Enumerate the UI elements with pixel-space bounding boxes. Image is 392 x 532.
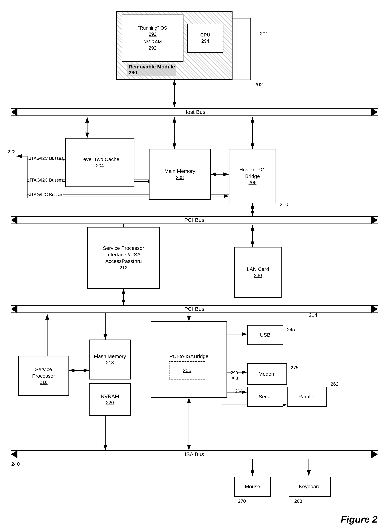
modem-box: Modem <box>247 363 287 385</box>
isa-bus-label: ISA Bus <box>185 451 204 457</box>
host-to-pci-label: Host-to-PCIBridge <box>239 167 266 180</box>
flash-memory-ref: 218 <box>106 360 114 366</box>
ref-202: 202 <box>254 82 263 88</box>
level-two-cache-label: Level Two Cache <box>80 156 119 163</box>
host-bus: Host Bus <box>11 108 378 116</box>
diagram: "Running" OS 293 NV RAM 292 CPU 294 Remo… <box>0 0 392 532</box>
service-processor-box: ServiceProcessor 216 <box>18 356 69 396</box>
main-memory-box: Main Memory 208 <box>149 149 211 200</box>
sp-interface-label: Service ProcessorInterface & ISAAccessPa… <box>103 245 144 265</box>
lan-card-label: LAN Card <box>247 266 269 273</box>
keyboard-ref: 268 <box>294 498 302 504</box>
modem-ref: 275 <box>291 365 299 370</box>
jtag-i2c-1-label: JTAG/I2C Busses <box>29 156 63 161</box>
nvram-box: NVRAM 220 <box>89 383 131 416</box>
serial-ref-label: 264 <box>235 389 243 394</box>
sp-interface-box: Service ProcessorInterface & ISAAccessPa… <box>87 227 160 289</box>
host-to-pci-ref: 206 <box>248 180 256 186</box>
flash-memory-label: Flash Memory <box>94 353 126 360</box>
pci-bus-2: PCI Bus <box>11 305 378 313</box>
pci-bus-1-label: PCI Bus <box>184 217 204 223</box>
level-two-cache-box: Level Two Cache 204 <box>65 138 134 187</box>
usb-label: USB <box>260 332 271 338</box>
running-os-ref: 293 <box>149 31 156 37</box>
ring-label: ring <box>231 375 238 380</box>
cpu-ref: 294 <box>201 38 209 44</box>
pci-bus-1: PCI Bus <box>11 216 378 224</box>
serial-box: Serial <box>247 387 283 407</box>
mouse-ref: 270 <box>238 498 246 504</box>
ref-201: 201 <box>260 31 268 37</box>
cpu-box: CPU 294 <box>187 24 224 53</box>
jtag-i2c-3-label: JTAG/I2C Busses <box>29 192 63 197</box>
sp-interface-ref: 212 <box>120 265 127 271</box>
mouse-label: Mouse <box>245 483 260 490</box>
isa-bus: ISA Bus <box>11 450 378 458</box>
inner-255-box: 255 <box>169 361 205 379</box>
jtag-222-label: 222 <box>8 149 15 154</box>
flash-memory-box: Flash Memory 218 <box>89 340 131 379</box>
ref-210: 210 <box>280 202 288 207</box>
pci-bus-2-label: PCI Bus <box>184 306 204 312</box>
service-processor-ref: 216 <box>40 379 47 385</box>
ref-214: 214 <box>309 312 317 318</box>
nvram-ref-label: 220 <box>106 400 114 406</box>
ring-290-label: 290 <box>231 370 238 375</box>
keyboard-label: Keyboard <box>299 483 321 490</box>
main-memory-ref: 208 <box>176 175 184 181</box>
parallel-label: Parallel <box>299 393 315 400</box>
ref-240: 240 <box>11 461 20 467</box>
usb-box: USB <box>247 325 283 345</box>
inner-255-ref: 255 <box>183 367 191 373</box>
modem-label: Modem <box>258 371 275 377</box>
nvram-box-label: NVRAM <box>101 393 119 400</box>
cpu-label: CPU <box>200 32 210 38</box>
running-os-box: "Running" OS 293 NV RAM 292 <box>122 14 183 62</box>
level-two-cache-ref: 204 <box>96 163 104 169</box>
service-processor-label: ServiceProcessor <box>32 366 55 379</box>
lan-card-ref: 230 <box>254 273 262 279</box>
pci-to-isa-box: PCI-to-ISABridge 235 <box>151 321 227 398</box>
figure-label: Figure 2 <box>341 514 378 525</box>
jtag-i2c-2-label: JTAG/I2C Busses <box>29 178 63 183</box>
keyboard-box: Keyboard <box>289 477 331 497</box>
nvram-label: NV RAM <box>143 39 162 45</box>
mouse-box: Mouse <box>234 477 271 497</box>
lan-card-box: LAN Card 230 <box>234 247 282 298</box>
host-bus-label: Host Bus <box>183 109 205 115</box>
main-memory-label: Main Memory <box>164 168 195 175</box>
nvram-ref: 292 <box>149 45 156 51</box>
removable-module-label: Removable Module 290 <box>127 64 176 76</box>
serial-label: Serial <box>259 393 272 400</box>
parallel-ref: 262 <box>331 381 338 387</box>
running-os-label: "Running" OS <box>138 25 167 31</box>
host-to-pci-bridge-box: Host-to-PCIBridge 206 <box>229 149 276 203</box>
parallel-box: Parallel <box>287 387 327 407</box>
pci-to-isa-label: PCI-to-ISABridge <box>169 353 209 360</box>
usb-ref: 245 <box>287 327 295 333</box>
